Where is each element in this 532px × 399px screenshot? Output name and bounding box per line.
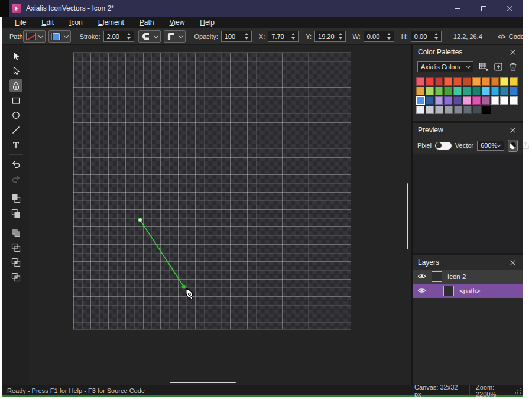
color-swatch[interactable]	[435, 77, 443, 86]
close-panel-button[interactable]	[509, 126, 517, 134]
vertical-scrollbar[interactable]	[407, 183, 408, 249]
color-swatch[interactable]	[444, 77, 452, 86]
color-swatch[interactable]	[416, 77, 424, 86]
line-tool[interactable]	[9, 124, 22, 137]
anchor-point-start[interactable]	[138, 218, 142, 222]
undo-button[interactable]	[9, 158, 22, 171]
color-swatch[interactable]	[491, 96, 499, 105]
color-swatch[interactable]	[472, 77, 481, 86]
color-swatch[interactable]	[426, 87, 434, 95]
redo-button[interactable]	[9, 173, 22, 186]
color-swatch[interactable]	[416, 106, 424, 114]
color-swatch[interactable]	[463, 96, 471, 105]
layer-row[interactable]: <path>	[413, 284, 523, 298]
color-swatch[interactable]	[454, 106, 462, 114]
color-swatch[interactable]	[444, 87, 452, 95]
color-swatch[interactable]	[473, 106, 481, 114]
drawing-canvas[interactable]	[73, 52, 351, 330]
menu-file[interactable]: File	[7, 18, 34, 27]
stepper-arrows[interactable]	[126, 33, 132, 40]
rectangle-tool[interactable]	[9, 94, 22, 107]
layer-row[interactable]: Icon 2	[413, 270, 523, 284]
color-swatch[interactable]	[426, 96, 434, 105]
menu-element[interactable]: Element	[90, 18, 132, 27]
maximize-button[interactable]	[471, 0, 497, 17]
x-stepper[interactable]: 7.70	[268, 31, 299, 42]
y-stepper[interactable]: 19.20	[314, 31, 346, 42]
color-swatch[interactable]	[435, 96, 443, 105]
export-preview-button[interactable]	[521, 141, 530, 151]
close-panel-button[interactable]	[509, 48, 517, 56]
pixel-vector-toggle[interactable]	[435, 142, 452, 150]
color-swatch[interactable]	[445, 106, 453, 114]
stepper-arrows[interactable]	[244, 33, 249, 40]
subtract-button[interactable]	[9, 241, 22, 254]
stepper-arrows[interactable]	[433, 33, 439, 40]
color-swatch[interactable]	[482, 77, 490, 86]
stepper-arrows[interactable]	[386, 33, 392, 40]
resize-grip[interactable]	[514, 387, 521, 394]
color-swatch[interactable]	[463, 106, 472, 114]
color-swatch[interactable]	[491, 87, 499, 95]
visibility-toggle[interactable]	[417, 272, 426, 282]
intersect-button[interactable]	[9, 256, 22, 269]
color-swatch[interactable]	[463, 87, 471, 95]
color-swatch[interactable]	[500, 96, 508, 105]
color-swatch[interactable]	[453, 77, 462, 86]
color-swatch[interactable]	[510, 87, 518, 95]
send-backward-button[interactable]	[9, 207, 22, 220]
color-swatch[interactable]	[500, 87, 508, 95]
color-swatch[interactable]	[472, 96, 481, 105]
menu-view[interactable]: View	[162, 18, 193, 27]
background-contrast-button[interactable]	[508, 140, 518, 152]
add-palette-button[interactable]	[494, 62, 503, 72]
stroke-color-dropdown[interactable]	[23, 30, 46, 43]
ellipse-tool[interactable]	[9, 109, 22, 122]
color-swatch[interactable]	[472, 87, 481, 95]
menu-icon[interactable]: Icon	[61, 18, 90, 27]
color-swatch[interactable]	[510, 77, 518, 86]
color-swatch[interactable]	[500, 77, 508, 86]
fill-color-dropdown[interactable]	[48, 30, 71, 43]
preview-zoom-select[interactable]: 600%	[477, 141, 504, 151]
opacity-stepper[interactable]: 100	[221, 31, 252, 42]
visibility-toggle[interactable]	[417, 286, 426, 296]
canvas-workspace[interactable]	[29, 45, 411, 385]
line-join-dropdown[interactable]	[164, 30, 186, 43]
color-swatch[interactable]	[416, 87, 424, 95]
exclude-button[interactable]	[9, 271, 22, 284]
horizontal-scrollbar[interactable]	[170, 382, 236, 383]
color-swatch[interactable]	[426, 106, 434, 114]
h-stepper[interactable]: 0.00	[411, 31, 442, 42]
select-tool[interactable]	[9, 50, 22, 63]
menu-help[interactable]: Help	[192, 18, 222, 27]
color-swatch[interactable]	[435, 87, 443, 95]
stepper-arrows[interactable]	[338, 33, 343, 40]
color-swatch[interactable]	[482, 87, 490, 95]
stepper-arrows[interactable]	[290, 33, 296, 40]
minimize-button[interactable]	[445, 0, 471, 17]
stroke-width-stepper[interactable]: 2.00	[103, 31, 134, 42]
text-tool[interactable]	[9, 138, 22, 151]
close-button[interactable]	[497, 0, 523, 17]
color-swatch[interactable]	[416, 96, 424, 105]
path-line[interactable]	[140, 220, 184, 287]
color-swatch[interactable]	[482, 96, 490, 105]
color-swatch[interactable]	[453, 96, 462, 105]
color-swatch[interactable]	[444, 96, 452, 105]
color-swatch[interactable]	[426, 77, 434, 86]
line-cap-dropdown[interactable]	[138, 30, 161, 43]
palette-select[interactable]: Axialis Colors	[417, 61, 473, 72]
color-swatch[interactable]	[491, 77, 499, 86]
w-stepper[interactable]: 0.00	[364, 31, 394, 42]
color-swatch[interactable]	[453, 87, 462, 95]
delete-palette-button[interactable]	[508, 62, 518, 72]
code-view-button[interactable]: </> Code	[498, 33, 524, 40]
union-button[interactable]	[9, 226, 22, 239]
pen-tool[interactable]	[9, 79, 22, 92]
bring-forward-button[interactable]	[9, 192, 22, 205]
menu-path[interactable]: Path	[132, 18, 162, 27]
palette-grid-button[interactable]	[479, 62, 488, 72]
color-swatch[interactable]	[482, 106, 491, 114]
menu-edit[interactable]: Edit	[34, 18, 61, 27]
